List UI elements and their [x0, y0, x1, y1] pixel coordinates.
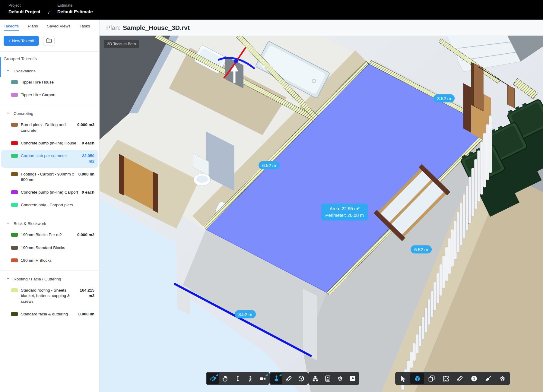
- properties-panel-icon: [324, 375, 331, 382]
- project-label: Project: [8, 3, 40, 8]
- dimension-label-bottom: 3.52 m: [235, 310, 256, 318]
- estimate-name[interactable]: Default Estimate: [57, 9, 93, 14]
- dimension-label-right: 6.52 m: [411, 245, 432, 254]
- gear-icon: [337, 375, 344, 382]
- ruler-icon: [285, 375, 292, 382]
- folder-plus-icon: [46, 37, 52, 45]
- cube-button[interactable]: [295, 373, 307, 384]
- takeoff-item-label: Stardard roofing - Sheets, blanket, batt…: [18, 288, 73, 304]
- takeoff-item-label: 190mm Blocks Per m2: [18, 232, 75, 238]
- gear-icon: [499, 375, 506, 382]
- gear-button[interactable]: [334, 373, 346, 384]
- beta-badge: 3D Tools In Beta: [104, 40, 139, 48]
- takeoff-item-quantity: 0 each: [79, 190, 94, 195]
- takeoff-color-swatch: [11, 190, 18, 194]
- breadcrumb-separator: /: [40, 0, 57, 15]
- sidebar-scrollbar[interactable]: [0, 57, 1, 77]
- chevron-down-icon: [6, 221, 10, 226]
- takeoff-item[interactable]: Concrete only - Carport piers: [1, 199, 98, 211]
- takeoff-color-swatch: [11, 154, 18, 158]
- takeoff-item[interactable]: Carport slab per sq meter22.950 m2: [1, 150, 98, 167]
- level-plane-button[interactable]: [270, 373, 282, 384]
- plan-label: Plan:: [106, 24, 121, 31]
- sidebar-divider: [0, 324, 99, 324]
- area-perimeter-label: Area: 22.95 m² Perimeter: 20.08 m: [321, 204, 368, 220]
- takeoff-item[interactable]: Concrete pump (in-line) Carport0 each: [1, 186, 98, 198]
- takeoff-color-swatch: [11, 93, 18, 97]
- takeoff-item[interactable]: 190mm H Blocks: [1, 254, 98, 267]
- cursor-button[interactable]: [396, 373, 410, 384]
- chevron-down-icon: [6, 68, 10, 73]
- gear-button[interactable]: [495, 373, 509, 384]
- cursor-icon: [400, 375, 407, 382]
- expand-button[interactable]: [346, 373, 358, 384]
- takeoff-item-quantity: 164.215 m2: [73, 288, 94, 299]
- new-takeoff-button[interactable]: + New Takeoff: [4, 36, 39, 46]
- takeoff-item-label: Concrete pump (in-line) House: [18, 141, 79, 146]
- takeoff-item[interactable]: Stardard roofing - Sheets, blanket, batt…: [1, 284, 98, 308]
- camera-icon: [259, 375, 266, 382]
- takeoff-group-header[interactable]: Roofing / Facia / Guttering: [0, 272, 99, 284]
- dropdown-corner-flag: [216, 374, 218, 376]
- toolbar-model-options: [308, 372, 359, 385]
- properties-panel-button[interactable]: [322, 373, 334, 384]
- tab-takeoffs[interactable]: Takeoffs: [4, 24, 19, 31]
- takeoff-item-label: Tipper Hire Carport: [18, 92, 92, 98]
- takeoff-item[interactable]: 190mm Standard Blocks: [1, 242, 98, 254]
- takeoff-color-swatch: [11, 172, 18, 176]
- takeoff-group-header[interactable]: Brick & Blockwork: [0, 217, 99, 228]
- expand-icon: [349, 375, 356, 382]
- dropdown-corner-flag: [279, 374, 281, 376]
- takeoff-item[interactable]: Concrete pump (in-line) House0 each: [1, 137, 98, 149]
- takeoff-item-quantity: 0.000 lm: [76, 311, 94, 317]
- tab-plans[interactable]: Plans: [28, 24, 38, 31]
- takeoff-color-swatch: [11, 123, 18, 127]
- takeoff-item-quantity: 0.000 m3: [75, 122, 94, 128]
- walk-person-button[interactable]: [244, 373, 256, 384]
- number-one-icon: 1: [471, 375, 478, 382]
- level-plane-icon: [273, 375, 280, 382]
- takeoff-item[interactable]: Tipper Hire House: [1, 76, 98, 88]
- takeoff-item-label: Concrete only - Carport piers: [18, 202, 92, 208]
- project-name[interactable]: Default Project: [8, 9, 40, 14]
- takeoff-item-label: 190mm Standard Blocks: [18, 245, 92, 251]
- tab-saved-views[interactable]: Saved Views: [47, 24, 71, 31]
- 3d-viewport[interactable]: 3D Tools In Beta 3.52 m 6.52 m 6.52 m 3.…: [100, 36, 543, 392]
- camera-button[interactable]: [256, 373, 268, 384]
- vertical-arrows-icon: [234, 375, 241, 382]
- new-folder-button[interactable]: [43, 36, 55, 46]
- takeoff-item[interactable]: Bored piers - Drilling and concrete0.000…: [1, 119, 98, 136]
- cube-3d-button[interactable]: [410, 373, 424, 384]
- orbit-icon: [210, 375, 217, 382]
- estimate-label: Estimate: [57, 3, 93, 8]
- takeoff-item[interactable]: Footings - Carport - 900mm x 600mm0.000 …: [1, 168, 98, 186]
- takeoff-item[interactable]: Standard facia & guttering0.000 lm: [1, 308, 98, 320]
- orbit-button[interactable]: [207, 373, 219, 384]
- takeoff-color-swatch: [11, 312, 18, 316]
- takeoff-item-label: Bored piers - Drilling and concrete: [18, 122, 75, 133]
- dimension-label-left: 6.52 m: [259, 161, 280, 169]
- polygon-select-button[interactable]: [439, 373, 453, 384]
- number-one-button[interactable]: 1: [467, 373, 481, 384]
- copy-button[interactable]: [424, 373, 438, 384]
- broom-button[interactable]: [481, 373, 495, 384]
- pan-hand-button[interactable]: [219, 373, 231, 384]
- takeoff-group-header[interactable]: Concreting: [0, 107, 99, 118]
- sidebar-tabs: TakeoffsPlansSaved ViewsTasks: [0, 20, 99, 31]
- takeoff-group-header[interactable]: Excavations: [0, 64, 99, 76]
- takeoff-color-swatch: [11, 246, 18, 250]
- ruler-button[interactable]: [283, 373, 295, 384]
- tab-tasks[interactable]: Tasks: [80, 24, 90, 31]
- broom-icon: [485, 375, 492, 382]
- hierarchy-button[interactable]: [309, 373, 321, 384]
- top-bar: Project Default Project / Estimate Defau…: [0, 0, 543, 20]
- takeoff-item-label: 190mm H Blocks: [18, 258, 92, 263]
- grouped-takeoffs-title: Grouped Takeoffs: [0, 52, 99, 62]
- takeoff-item[interactable]: 190mm Blocks Per m20.000 m2: [1, 229, 98, 241]
- dropdown-corner-flag: [265, 374, 268, 376]
- takeoff-item-label: Footings - Carport - 900mm x 600mm: [18, 172, 76, 182]
- ruler-button[interactable]: [453, 373, 467, 384]
- vertical-arrows-button[interactable]: [232, 373, 244, 384]
- takeoff-color-swatch: [11, 233, 18, 237]
- takeoff-item[interactable]: Tipper Hire Carport: [1, 89, 98, 101]
